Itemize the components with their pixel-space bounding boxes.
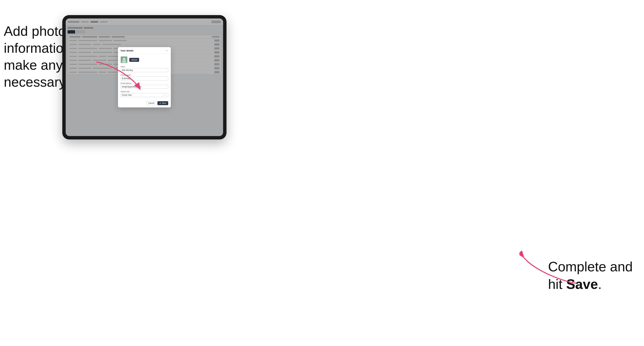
modal-close-button[interactable]: × [166, 49, 168, 52]
name-label: Name [120, 66, 168, 68]
annotation-right-bold: Save [566, 277, 598, 292]
avatar-upload-row: Upload [120, 56, 168, 63]
name-field-group: Name [120, 66, 168, 72]
upload-button[interactable]: Upload [129, 58, 139, 62]
user-details-modal: User details × [118, 47, 171, 107]
annotation-right-line1: Complete and [548, 259, 633, 274]
name-input[interactable] [120, 68, 168, 72]
chevron-icon[interactable]: ⌃ [165, 94, 167, 96]
select-icons: × ⌃ [164, 94, 167, 96]
email-input[interactable] [120, 85, 168, 89]
svg-point-1 [123, 58, 125, 60]
annotation-right-line2: hit [548, 277, 566, 292]
tablet-device: User details × [62, 15, 226, 140]
svg-rect-0 [121, 56, 128, 63]
email-field-group: Email address [120, 82, 168, 89]
modal-footer: Cancel ⬆ Save [118, 101, 171, 107]
annotation-right: Complete and hit Save. [548, 258, 633, 293]
school-year-value: Fourth Year [122, 94, 164, 96]
save-button[interactable]: ⬆ Save [158, 101, 168, 105]
clear-icon[interactable]: × [164, 94, 164, 96]
annotation-right-end: . [598, 277, 602, 292]
cancel-button[interactable]: Cancel [146, 101, 156, 105]
avatar [120, 56, 128, 63]
save-icon: ⬆ [160, 102, 161, 104]
school-year-field-group: School Year Fourth Year × ⌃ [120, 91, 168, 97]
tablet-screen: User details × [66, 18, 223, 136]
svg-point-2 [122, 60, 126, 63]
display-name-field-group: Display name [120, 74, 168, 80]
modal-overlay: User details × [66, 18, 223, 136]
modal-header: User details × [118, 47, 171, 54]
school-year-label: School Year [120, 91, 168, 93]
save-label: Save [162, 102, 166, 104]
email-label: Email address [120, 82, 168, 84]
display-name-input[interactable] [120, 76, 168, 80]
school-year-select[interactable]: Fourth Year × ⌃ [120, 93, 168, 97]
display-name-label: Display name [120, 74, 168, 76]
modal-title: User details [120, 49, 134, 52]
modal-body: Upload Name Display name Email addre [118, 54, 171, 101]
